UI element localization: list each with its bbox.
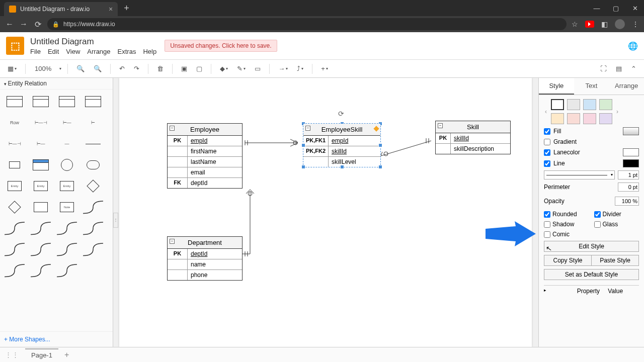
swatch-next-icon[interactable]: › [615,108,619,115]
default-style-button[interactable]: Set as Default Style [544,269,639,280]
shape-connector[interactable] [3,240,26,258]
browser-tab[interactable]: Untitled Diagram - draw.io × [4,2,118,16]
line-style-dropdown[interactable]: ▾ [544,170,615,179]
shape-button[interactable] [3,156,26,174]
entity-department[interactable]: −Department PKdeptId name phone [167,236,243,281]
shape-connector[interactable] [55,240,78,258]
shape-connector[interactable] [55,219,78,237]
swatch-prev-icon[interactable]: ‹ [544,108,548,115]
edit-style-button[interactable]: Edit Style [544,241,639,252]
shape-table-blue[interactable] [29,156,52,174]
paste-style-button[interactable]: Paste Style [591,255,639,266]
shape-row-conn[interactable]: ⊢— [55,114,78,132]
insert-icon[interactable]: +▾ [318,63,331,74]
sidebar-collapse-handle[interactable]: ⋮ [113,213,118,228]
comic-checkbox[interactable] [544,231,550,238]
minimize-icon[interactable]: — [592,5,602,12]
shape-entity[interactable] [29,198,52,216]
shadow-checkbox[interactable] [544,221,550,228]
undo-icon[interactable]: ↶ [117,63,127,74]
shape-diamond[interactable] [82,177,105,195]
shape-diamond[interactable] [3,198,26,216]
divider-checkbox[interactable] [594,211,601,218]
shape-cloud[interactable] [82,156,105,174]
swatch[interactable] [551,113,564,124]
shape-row-conn[interactable]: — [55,135,78,153]
swatch[interactable] [583,99,596,110]
resize-handle[interactable] [301,143,305,147]
to-front-icon[interactable]: ▣ [179,63,190,74]
shape-row[interactable]: Row [3,114,26,132]
redo-icon[interactable]: ↷ [131,63,142,74]
line-color-icon[interactable]: ✎▾ [234,63,248,74]
add-page-button[interactable]: + [64,350,69,359]
property-header[interactable]: ▸ Property Value [544,285,639,295]
forward-icon[interactable]: → [19,20,28,29]
extension-icon[interactable]: ◧ [601,20,608,28]
to-back-icon[interactable]: ▢ [194,63,205,74]
zoom-out-icon[interactable]: 🔍 [91,63,104,74]
tab-arrange[interactable]: Arrange [609,78,644,95]
more-shapes-button[interactable]: + More Shapes... [0,331,113,347]
menu-view[interactable]: View [66,48,80,55]
shape-line[interactable] [82,135,105,153]
fill-color-icon[interactable]: ◆▾ [217,63,230,74]
swatch[interactable] [551,99,564,110]
reload-icon[interactable]: ⟳ [33,20,42,29]
fill-checkbox[interactable] [544,128,550,135]
shape-connector[interactable] [82,240,105,258]
shape-entity[interactable]: Entity [3,177,26,195]
fullscreen-icon[interactable]: ⛶ [598,63,609,74]
resize-handle[interactable] [378,165,382,169]
shape-table[interactable] [55,93,78,111]
youtube-icon[interactable] [585,21,594,28]
lanecolor-checkbox[interactable] [544,149,550,156]
menu-help[interactable]: Help [143,48,156,55]
resize-handle[interactable] [301,165,305,169]
bookmark-star-icon[interactable]: ☆ [572,20,578,28]
entity-skill[interactable]: −Skill PKskillId skillDescription [435,121,511,154]
shape-entity[interactable]: Entity [29,177,52,195]
save-warning[interactable]: Unsaved changes. Click here to save. [165,40,277,52]
shape-note[interactable]: Note [55,198,78,216]
shape-entity[interactable]: Entity [55,177,78,195]
document-title[interactable]: Untitled Diagram [30,37,156,47]
close-window-icon[interactable]: ✕ [630,5,640,12]
copy-style-button[interactable]: Copy Style [544,255,591,266]
drag-handle-icon[interactable]: ⋮⋮ [5,351,19,358]
line-width-input[interactable] [618,170,639,179]
resize-handle[interactable] [340,165,344,169]
menu-dots-icon[interactable]: ⋮ [632,20,639,28]
swatch[interactable] [599,99,612,110]
shape-connector[interactable] [82,198,105,216]
glass-checkbox[interactable] [594,221,601,228]
menu-edit[interactable]: Edit [48,48,59,55]
drawio-logo[interactable]: ⬚ [6,37,24,55]
url-input[interactable]: 🔒 https://www.draw.io [47,18,567,30]
entity-employee[interactable]: −Employee PKempId firstName lastName ema… [167,123,243,189]
canvas[interactable]: −Employee PKempId firstName lastName ema… [119,78,532,347]
shape-table[interactable] [82,93,105,111]
shape-row-conn[interactable]: ⊢ [82,114,105,132]
close-tab-icon[interactable]: × [109,5,113,13]
new-tab-button[interactable]: + [124,3,129,14]
perimeter-input[interactable] [618,183,639,192]
shadow-icon[interactable]: ▭ [252,63,263,74]
line-color-picker[interactable] [623,159,639,167]
gradient-checkbox[interactable] [544,139,550,145]
tab-style[interactable]: Style [539,78,574,95]
rotate-handle-icon[interactable]: ⟳ [338,110,344,118]
tab-text[interactable]: Text [574,78,609,95]
shape-connector[interactable] [29,240,52,258]
zoom-level[interactable]: 100% [32,64,54,73]
swatch[interactable] [583,113,596,124]
rounded-checkbox[interactable] [544,211,550,218]
swatch[interactable] [599,113,612,124]
swatch[interactable] [567,113,580,124]
waypoint-icon[interactable]: ⤴▾ [294,63,306,74]
swatch[interactable] [567,99,580,110]
format-icon[interactable]: ▤ [613,63,624,74]
shape-row-conn[interactable]: ⊢—⊣ [29,114,52,132]
profile-avatar[interactable] [615,19,625,29]
maximize-icon[interactable]: ▢ [611,5,621,12]
